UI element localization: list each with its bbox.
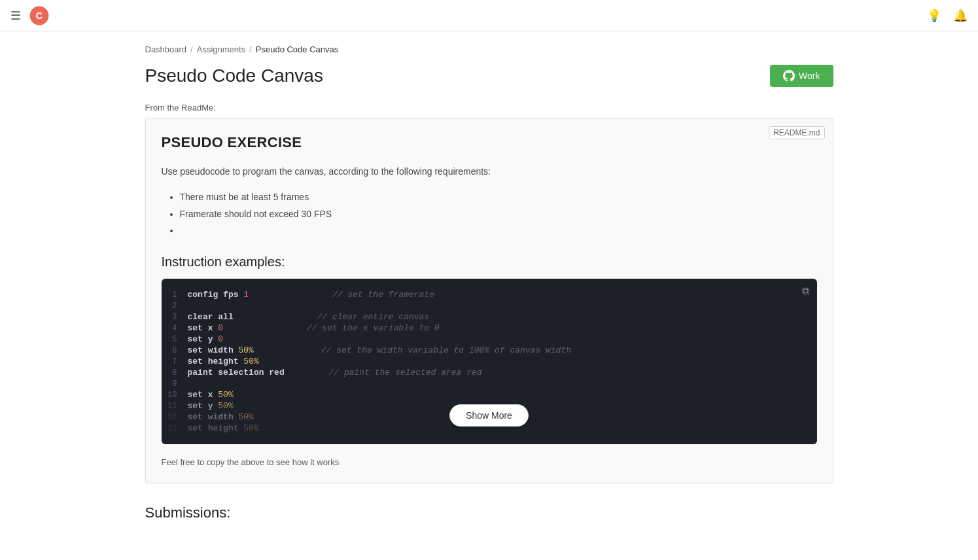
code-line-3: 3 clear all // clear entire canvas: [162, 311, 817, 323]
list-item: Framerate should not exceed 30 FPS: [180, 206, 817, 222]
svg-text:C: C: [36, 10, 43, 20]
app-logo: C: [29, 5, 50, 26]
breadcrumb-dashboard[interactable]: Dashboard: [145, 44, 187, 54]
show-more-button[interactable]: Show More: [449, 404, 529, 427]
code-line-9: 9: [162, 378, 817, 389]
copy-icon[interactable]: ⧉: [802, 285, 809, 298]
list-item: There must be at least 5 frames: [180, 189, 817, 205]
github-icon: [783, 70, 795, 82]
work-button[interactable]: Work: [770, 65, 833, 87]
code-block-wrapper: ⧉ 1 config fps 1 // set the framerate 2: [162, 279, 817, 444]
navbar: ☰ C 💡 🔔: [0, 0, 978, 31]
main-content: Dashboard / Assignments / Pseudo Code Ca…: [130, 31, 849, 534]
readme-tag: README.md: [769, 126, 824, 139]
code-line-4: 4 set x 0 // set the x variable to 0: [162, 323, 817, 334]
breadcrumb-sep-1: /: [190, 44, 193, 54]
work-button-label: Work: [799, 71, 820, 81]
code-line-1: 1 config fps 1 // set the framerate: [162, 289, 817, 300]
nav-right: 💡 🔔: [927, 9, 968, 23]
list-item: [180, 222, 817, 239]
breadcrumb-sep-2: /: [249, 44, 252, 54]
bell-icon[interactable]: 🔔: [953, 9, 968, 23]
page-header: Pseudo Code Canvas Work: [145, 65, 833, 87]
exercise-description: Use pseudocode to program the canvas, ac…: [162, 164, 817, 179]
bulb-icon[interactable]: 💡: [927, 9, 941, 23]
exercise-title: PSEUDO EXERCISE: [162, 134, 817, 151]
breadcrumb-current: Pseudo Code Canvas: [256, 44, 338, 54]
breadcrumb: Dashboard / Assignments / Pseudo Code Ca…: [145, 44, 833, 54]
readme-footer: Feel free to copy the above to see how i…: [162, 457, 817, 467]
readme-card: README.md PSEUDO EXERCISE Use pseudocode…: [145, 118, 833, 483]
code-line-7: 7 set height 50%: [162, 356, 817, 367]
requirements-list: There must be at least 5 frames Framerat…: [162, 189, 817, 239]
code-line-6: 6 set width 50% // set the width variabl…: [162, 345, 817, 356]
code-line-8: 8 paint selection red // paint the selec…: [162, 367, 817, 378]
submissions-title: Submissions:: [145, 504, 833, 521]
show-more-overlay: Show More: [162, 392, 817, 444]
from-readme-label: From the ReadMe:: [145, 103, 833, 113]
code-line-2: 2: [162, 300, 817, 311]
breadcrumb-assignments[interactable]: Assignments: [197, 44, 245, 54]
code-line-5: 5 set y 0: [162, 334, 817, 345]
menu-icon[interactable]: ☰: [10, 9, 21, 23]
page-title: Pseudo Code Canvas: [145, 65, 323, 86]
instruction-examples-title: Instruction examples:: [162, 254, 817, 270]
